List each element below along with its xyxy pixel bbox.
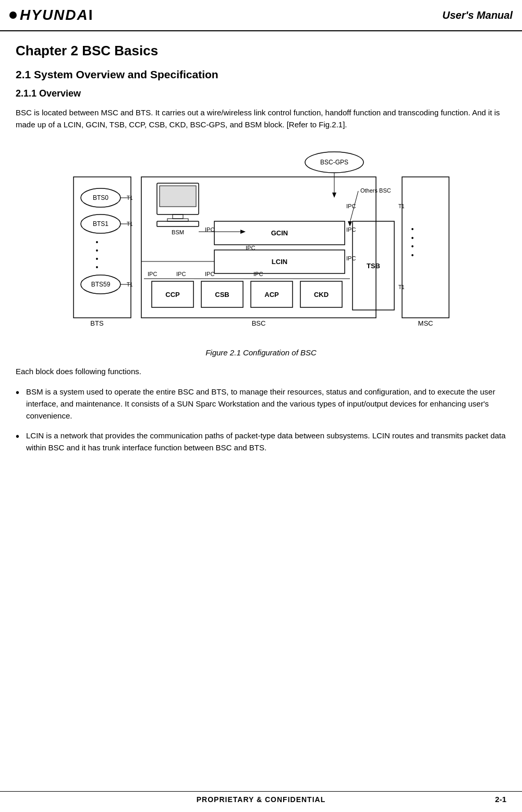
svg-text:BTS1: BTS1 <box>92 220 108 228</box>
svg-text:BSC-GPS: BSC-GPS <box>320 159 348 166</box>
svg-text:IPC: IPC <box>346 226 356 233</box>
body-text-1: BSC is located between MSC and BTS. It c… <box>16 106 506 131</box>
chapter-title: Chapter 2 BSC Basics <box>16 43 506 59</box>
main-content: Chapter 2 BSC Basics 2.1 System Overview… <box>0 31 522 476</box>
header-title: User's Manual <box>442 9 513 21</box>
svg-text:BTS59: BTS59 <box>91 281 110 288</box>
svg-text:•: • <box>95 263 98 271</box>
svg-text:Others BSC: Others BSC <box>360 187 391 194</box>
logo-text: HYUNDAI <box>20 7 94 23</box>
figure-caption: Figure 2.1 Configuration of BSC <box>16 348 506 357</box>
svg-text:GCIN: GCIN <box>271 229 288 237</box>
bullet-text-1: BSM is a system used to operate the enti… <box>26 386 506 422</box>
svg-text:•: • <box>411 225 414 233</box>
bullet-item-2: • LCIN is a network that provides the co… <box>16 429 506 454</box>
bullet-dot-2: • <box>16 428 23 445</box>
svg-text:IPC: IPC <box>253 271 263 277</box>
svg-rect-48 <box>402 177 449 318</box>
svg-text:T1: T1 <box>398 284 405 290</box>
svg-text:BTS0: BTS0 <box>92 194 108 201</box>
bsc-diagram: BTS BTS0 BTS1 • • • • BTS59 T1 T1 T1 BSC <box>68 140 454 344</box>
svg-text:BSM: BSM <box>172 229 184 235</box>
svg-text:T1: T1 <box>398 204 405 209</box>
bullet-dot-1: • <box>16 385 23 401</box>
svg-text:•: • <box>95 246 98 255</box>
logo-area: HYUNDAI <box>9 7 94 23</box>
svg-marker-60 <box>332 193 336 198</box>
bullet-item-1: • BSM is a system used to operate the en… <box>16 386 506 422</box>
svg-text:CCP: CCP <box>165 291 180 298</box>
svg-text:BTS: BTS <box>90 319 104 327</box>
page-footer: PROPRIETARY & CONFIDENTIAL 2-1 <box>0 791 522 804</box>
svg-text:CSB: CSB <box>215 291 229 298</box>
body-text-2: Each block does following functions. <box>16 365 506 377</box>
svg-text:IPC: IPC <box>176 271 186 277</box>
svg-text:LCIN: LCIN <box>271 258 287 266</box>
svg-text:•: • <box>95 238 98 246</box>
svg-rect-18 <box>160 186 196 207</box>
diagram-container: BTS BTS0 BTS1 • • • • BTS59 T1 T1 T1 BSC <box>16 140 506 344</box>
svg-text:•: • <box>411 251 414 259</box>
subsection-title: 2.1.1 Overview <box>16 88 506 99</box>
footer-proprietary: PROPRIETARY & CONFIDENTIAL <box>47 795 475 804</box>
logo-dot-icon <box>9 11 17 19</box>
svg-rect-21 <box>157 221 199 226</box>
svg-text:ACP: ACP <box>264 291 279 298</box>
page-header: HYUNDAI User's Manual <box>0 0 522 31</box>
bullet-text-2: LCIN is a network that provides the comm… <box>26 429 506 454</box>
svg-text:IPC: IPC <box>148 271 157 277</box>
svg-text:BSC: BSC <box>251 319 265 327</box>
svg-text:TSB: TSB <box>367 262 380 270</box>
section-title: 2.1 System Overview and Specification <box>16 68 506 81</box>
svg-text:•: • <box>411 234 414 242</box>
svg-text:•: • <box>95 255 98 263</box>
svg-text:IPC: IPC <box>346 255 356 261</box>
svg-text:CKD: CKD <box>313 291 328 298</box>
bullet-section: • BSM is a system used to operate the en… <box>16 386 506 453</box>
svg-marker-62 <box>348 221 352 226</box>
svg-text:MSC: MSC <box>418 319 433 327</box>
svg-text:•: • <box>411 242 414 250</box>
svg-rect-19 <box>173 214 183 219</box>
svg-marker-25 <box>240 230 246 234</box>
svg-text:IPC: IPC <box>346 203 356 209</box>
footer-page-number: 2-1 <box>475 795 506 804</box>
svg-text:IPC: IPC <box>205 271 214 277</box>
